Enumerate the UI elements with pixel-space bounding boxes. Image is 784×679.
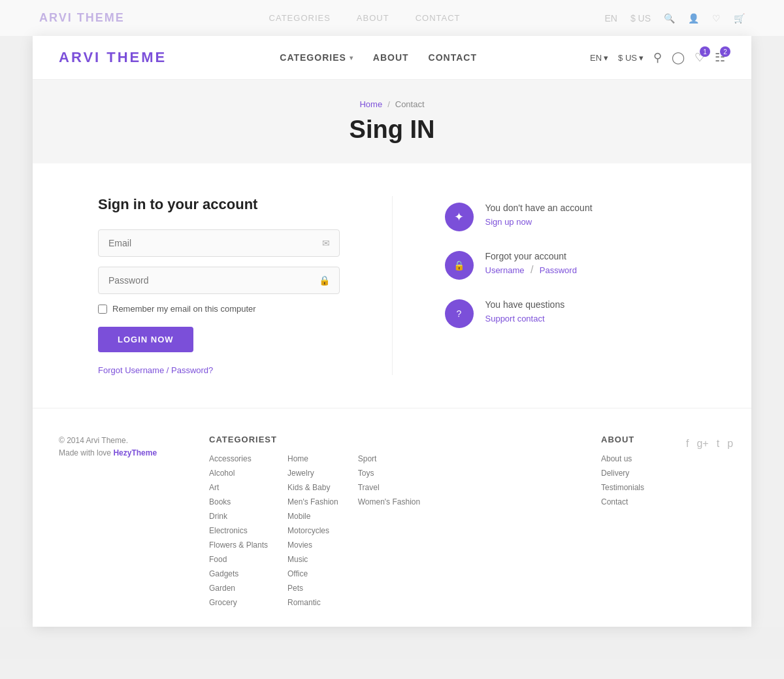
wishlist-badge: 1: [700, 46, 710, 57]
cat-sport[interactable]: Sport: [358, 454, 420, 463]
categories-dropdown-arrow: ▾: [350, 54, 353, 61]
support-link[interactable]: Support contact: [485, 314, 545, 323]
signup-link[interactable]: Sign up now: [485, 217, 532, 227]
cat-travel[interactable]: Travel: [358, 483, 420, 492]
cat-womens-fashion[interactable]: Women's Fashion: [358, 497, 420, 506]
bg-nav-categories: CATEGORIES: [269, 13, 331, 23]
cat-movies[interactable]: Movies: [287, 540, 338, 550]
main-nav: CATEGORIES ▾ ABOUT CONTACT: [280, 52, 477, 63]
footer-about-links: About us Delivery Testimonials Contact: [601, 454, 666, 506]
remember-label: Remember my email on this computer: [112, 304, 256, 314]
signin-divider: [392, 196, 393, 375]
questions-text: You have questions Support contact: [485, 299, 565, 324]
bg-nav-contact: CONTACT: [416, 13, 461, 23]
footer-about: ABOUT About us Delivery Testimonials Con…: [601, 435, 666, 607]
email-input[interactable]: [98, 229, 340, 257]
site-footer: © 2014 Arvi Theme. Made with love HezyTh…: [33, 408, 751, 627]
forgot-username-link[interactable]: Username: [125, 365, 164, 375]
delivery-link[interactable]: Delivery: [601, 469, 666, 478]
signin-form-section: Sign in to your account ✉ 🔒 Remember my …: [98, 196, 340, 375]
main-header: ARVI THEME CATEGORIES ▾ ABOUT CONTACT EN…: [33, 36, 751, 80]
cat-music[interactable]: Music: [287, 555, 338, 564]
cats-col-1: Accessories Alcohol Art Books Drink Elec…: [209, 454, 268, 607]
cat-home[interactable]: Home: [287, 454, 338, 463]
bg-nav-about: ABOUT: [357, 13, 389, 23]
forgot-password-recover[interactable]: Password: [540, 265, 577, 275]
cat-mobile[interactable]: Mobile: [287, 512, 338, 521]
footer-categories: CATEGORIEST Accessories Alcohol Art Book…: [209, 435, 581, 607]
language-selector[interactable]: EN ▾: [590, 53, 608, 63]
cat-mens-fashion[interactable]: Men's Fashion: [287, 497, 338, 506]
lang-arrow: ▾: [604, 53, 608, 63]
cat-grocery[interactable]: Grocery: [209, 598, 268, 607]
password-input[interactable]: [98, 267, 340, 294]
testimonials-link[interactable]: Testimonials: [601, 483, 666, 492]
cat-art[interactable]: Art: [209, 483, 268, 492]
bg-header: ARVI THEME CATEGORIES ABOUT CONTACT EN $…: [0, 0, 784, 36]
cat-romantic[interactable]: Romantic: [287, 598, 338, 607]
footer-grid: © 2014 Arvi Theme. Made with love HezyTh…: [59, 435, 725, 607]
forgot-link-row: Forgot Username / Password?: [98, 365, 340, 375]
cat-electronics[interactable]: Electronics: [209, 526, 268, 535]
cat-drink[interactable]: Drink: [209, 512, 268, 521]
signin-content: Sign in to your account ✉ 🔒 Remember my …: [33, 163, 751, 408]
no-account-item: ✦ You don't have an account Sign up now: [445, 203, 687, 231]
cat-motorcycles[interactable]: Motorcycles: [287, 526, 338, 535]
cart-badge: 2: [720, 46, 730, 57]
hezytheme-link[interactable]: HezyTheme: [113, 448, 157, 457]
remember-checkbox[interactable]: [98, 305, 107, 314]
pinterest-icon[interactable]: p: [727, 438, 733, 450]
email-icon: ✉: [322, 238, 330, 248]
header-right: EN ▾ $ US ▾ ⚲ ◯ ♡ 1 ☷ 2: [590, 50, 725, 65]
search-icon: ⚲: [653, 51, 662, 64]
search-button[interactable]: ⚲: [653, 50, 662, 65]
breadcrumb: Home / Contact: [59, 99, 725, 109]
nav-categories[interactable]: CATEGORIES ▾: [280, 52, 353, 63]
forgot-password-link[interactable]: Password?: [171, 365, 213, 375]
cat-garden[interactable]: Garden: [209, 584, 268, 593]
email-field-group: ✉: [98, 229, 340, 257]
site-logo: ARVI THEME: [59, 49, 167, 66]
cat-pets[interactable]: Pets: [287, 584, 338, 593]
cat-flowers[interactable]: Flowers & Plants: [209, 540, 268, 550]
questions-icon: ?: [445, 299, 474, 328]
breadcrumb-current: Contact: [395, 99, 425, 109]
main-container: ARVI THEME CATEGORIES ▾ ABOUT CONTACT EN…: [33, 36, 751, 627]
nav-about[interactable]: ABOUT: [373, 52, 409, 63]
contact-link[interactable]: Contact: [601, 497, 666, 506]
twitter-icon[interactable]: t: [717, 438, 719, 450]
forgot-account-text: Forgot your account Username / Password: [485, 251, 577, 276]
cat-toys[interactable]: Toys: [358, 469, 420, 478]
forgot-username-recover[interactable]: Username: [485, 265, 525, 275]
bottom-fade: [0, 627, 784, 659]
cats-columns: Accessories Alcohol Art Books Drink Elec…: [209, 454, 581, 607]
cat-gadgets[interactable]: Gadgets: [209, 569, 268, 578]
footer-social: f g+ t p: [686, 435, 725, 607]
account-icon: ◯: [672, 51, 685, 64]
cat-accessories[interactable]: Accessories: [209, 454, 268, 463]
breadcrumb-home[interactable]: Home: [359, 99, 382, 109]
about-us-link[interactable]: About us: [601, 454, 666, 463]
account-button[interactable]: ◯: [672, 50, 685, 65]
currency-selector[interactable]: $ US ▾: [618, 53, 644, 63]
cats-col-2: Home Jewelry Kids & Baby Men's Fashion M…: [287, 454, 338, 607]
cat-jewelry[interactable]: Jewelry: [287, 469, 338, 478]
cat-alcohol[interactable]: Alcohol: [209, 469, 268, 478]
cat-office[interactable]: Office: [287, 569, 338, 578]
facebook-icon[interactable]: f: [686, 438, 689, 450]
cat-food[interactable]: Food: [209, 555, 268, 564]
questions-item: ? You have questions Support contact: [445, 299, 687, 328]
breadcrumb-separator: /: [387, 99, 390, 109]
cart-button[interactable]: ☷ 2: [715, 50, 725, 65]
login-button[interactable]: LOGIN NOW: [98, 327, 193, 352]
cat-books[interactable]: Books: [209, 497, 268, 506]
forgot-icon: 🔒: [445, 251, 474, 280]
bg-icons: EN $ US 🔍 👤 ♡ 🛒: [604, 13, 745, 24]
google-plus-icon[interactable]: g+: [696, 438, 708, 450]
wishlist-button[interactable]: ♡ 1: [694, 50, 705, 65]
lock-icon: 🔒: [319, 275, 330, 286]
footer-copyright: © 2014 Arvi Theme. Made with love HezyTh…: [59, 435, 189, 607]
cat-kids[interactable]: Kids & Baby: [287, 483, 338, 492]
nav-contact[interactable]: CONTACT: [429, 52, 477, 63]
no-account-icon: ✦: [445, 203, 474, 231]
